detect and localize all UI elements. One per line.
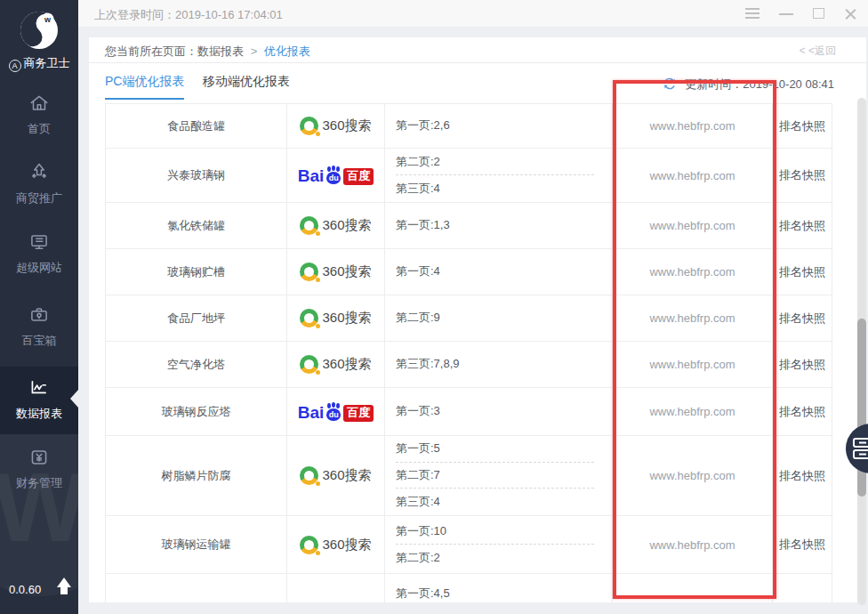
website-cell: www.hebfrp.com — [613, 388, 773, 435]
engine-cell: 360搜索 — [287, 203, 385, 248]
sidebar-item-finance[interactable]: 财务管理 — [0, 446, 78, 491]
home-icon — [28, 92, 51, 115]
active-item-notch — [70, 390, 78, 408]
sidebar-item-reports[interactable]: 数据报表 — [0, 376, 78, 422]
engine-cell: 360搜索 — [287, 342, 385, 387]
keyword-cell: 兴泰玻璃钢 — [106, 149, 287, 202]
ranking-cell: 第三页:7,8,9 — [385, 342, 613, 387]
tab-mobile-report[interactable]: 移动端优化报表 — [203, 74, 290, 100]
360-search-logo-icon: 360搜索 — [300, 309, 371, 327]
finance-yen-icon — [28, 446, 51, 469]
snapshot-link[interactable]: 排名快照 — [773, 104, 832, 148]
ranking-cell: 第二页:2 第三页:4 — [385, 149, 613, 202]
breadcrumb-current-link[interactable]: 优化报表 — [264, 44, 310, 58]
keyword-cell — [106, 574, 287, 602]
close-icon[interactable] — [843, 8, 857, 20]
sidebar-item-label: 商贸推广 — [0, 190, 78, 206]
table-row: 氯化铁储罐 360搜索 第一页:1,3 www.hebfrp.com 排名快照 — [106, 203, 832, 249]
sidebar-item-promote[interactable]: 商贸推广 — [0, 161, 78, 206]
keyword-cell: 玻璃钢贮槽 — [106, 249, 287, 295]
table-row: 第一页:4,5 — [106, 574, 832, 602]
toolbox-icon — [28, 303, 51, 327]
engine-cell: 360搜索 — [287, 436, 385, 515]
version-label: 0.0.60 — [9, 583, 41, 596]
sidebar-item-label: 财务管理 — [0, 475, 78, 491]
engine-cell — [287, 574, 385, 602]
ranking-cell: 第一页:4 — [385, 249, 613, 295]
sidebar-item-website[interactable]: 超级网站 — [0, 230, 78, 276]
keyword-cell: 玻璃钢运输罐 — [106, 516, 287, 573]
snapshot-link[interactable]: 排名快照 — [773, 516, 832, 573]
website-cell: www.hebfrp.com — [613, 249, 773, 295]
tab-bar: PC端优化报表 移动端优化报表 — [105, 73, 304, 103]
refresh-update-time[interactable]: 更新时间：2019-10-20 08:41 — [663, 77, 834, 93]
update-time-label: 更新时间：2019-10-20 08:41 — [685, 77, 834, 91]
tab-pc-report[interactable]: PC端优化报表 — [105, 74, 184, 100]
website-cell — [613, 574, 773, 602]
sidebar-item-home[interactable]: 首页 — [0, 92, 78, 137]
snapshot-link[interactable]: 排名快照 — [773, 295, 832, 341]
svg-text:w: w — [44, 15, 52, 24]
website-cell: www.hebfrp.com — [613, 104, 773, 148]
website-cell: www.hebfrp.com — [613, 516, 773, 573]
360-search-logo-icon: 360搜索 — [300, 355, 371, 374]
promote-arrows-icon — [28, 161, 51, 184]
keyword-cell: 树脂鳞片防腐 — [106, 436, 287, 515]
360-search-logo-icon: 360搜索 — [300, 536, 371, 554]
breadcrumb: 您当前所在页面：数据报表 > 优化报表 < <返回 — [89, 37, 866, 63]
maximize-icon[interactable] — [813, 8, 827, 20]
sidebar-item-label: 百宝箱 — [0, 333, 78, 349]
keyword-cell: 食品酿造罐 — [106, 104, 287, 148]
sidebar-item-toolbox[interactable]: 百宝箱 — [0, 303, 78, 349]
minimize-icon[interactable] — [779, 8, 793, 20]
engine-cell: Baidu百度 — [287, 149, 385, 202]
sidebar-item-label: 数据报表 — [0, 406, 78, 422]
brand-badge-icon: A — [9, 60, 21, 72]
sidebar-item-label: 首页 — [0, 121, 78, 137]
snapshot-link[interactable]: 排名快照 — [773, 342, 832, 387]
last-login-time: 上次登录时间：2019-10-16 17:04:01 — [94, 7, 283, 23]
table-row: 树脂鳞片防腐 360搜索 第一页:5 第二页:7 第三页:4 www.hebfr… — [106, 436, 832, 516]
sidebar-item-label: 超级网站 — [0, 260, 78, 276]
back-link[interactable]: < <返回 — [800, 37, 836, 65]
update-arrow-icon[interactable] — [55, 578, 73, 597]
snapshot-link[interactable]: 排名快照 — [773, 203, 832, 248]
table-row: 食品厂地坪 360搜索 第二页:9 www.hebfrp.com 排名快照 — [106, 295, 832, 342]
keyword-cell: 氯化铁储罐 — [106, 203, 287, 248]
snapshot-link[interactable]: 排名快照 — [773, 388, 832, 435]
ranking-cell: 第一页:3 — [385, 388, 613, 435]
snapshot-link[interactable]: 排名快照 — [773, 149, 832, 202]
engine-cell: 360搜索 — [287, 295, 385, 341]
sidebar: W w A商务卫士 首页 商贸推广 — [0, 0, 78, 614]
breadcrumb-section: 数据报表 — [197, 44, 244, 58]
snapshot-link[interactable]: 排名快照 — [773, 249, 832, 295]
snapshot-cell — [773, 574, 832, 602]
engine-cell: 360搜索 — [287, 104, 385, 148]
baidu-logo-icon: Baidu百度 — [298, 166, 374, 185]
table-row: 玻璃钢运输罐 360搜索 第一页:10 第二页:2 www.hebfrp.com… — [106, 516, 832, 574]
table-row: 玻璃钢反应塔 Baidu百度 第一页:3 www.hebfrp.com 排名快照 — [106, 388, 832, 436]
app-window: 上次登录时间：2019-10-16 17:04:01 W w A商务卫士 首页 — [0, 0, 868, 614]
table-row: 兴泰玻璃钢 Baidu百度 第二页:2 第三页:4 www.hebfrp.com… — [106, 149, 832, 203]
breadcrumb-separator: > — [251, 44, 258, 58]
refresh-icon — [663, 77, 677, 91]
website-cell: www.hebfrp.com — [613, 203, 773, 248]
window-menu-icon[interactable] — [745, 8, 760, 20]
ranking-cell: 第一页:2,6 — [385, 104, 613, 148]
title-bar: 上次登录时间：2019-10-16 17:04:01 — [78, 0, 868, 27]
brand-name: A商务卫士 — [0, 55, 78, 72]
360-search-logo-icon: 360搜索 — [300, 466, 371, 485]
website-monitor-icon — [28, 230, 51, 254]
engine-cell: Baidu百度 — [287, 388, 385, 435]
breadcrumb-prefix: 您当前所在页面： — [105, 44, 197, 58]
app-logo-icon: w — [16, 7, 62, 53]
snapshot-link[interactable]: 排名快照 — [773, 436, 832, 515]
website-cell: www.hebfrp.com — [613, 342, 773, 387]
keyword-cell: 空气净化塔 — [106, 342, 287, 387]
ranking-cell: 第二页:9 — [385, 295, 613, 341]
qr-widget-icon — [851, 437, 868, 460]
keyword-cell: 玻璃钢反应塔 — [106, 388, 287, 435]
ranking-cell: 第一页:5 第二页:7 第三页:4 — [385, 436, 613, 515]
360-search-logo-icon: 360搜索 — [300, 117, 371, 135]
ranking-cell: 第一页:4,5 — [385, 574, 613, 602]
